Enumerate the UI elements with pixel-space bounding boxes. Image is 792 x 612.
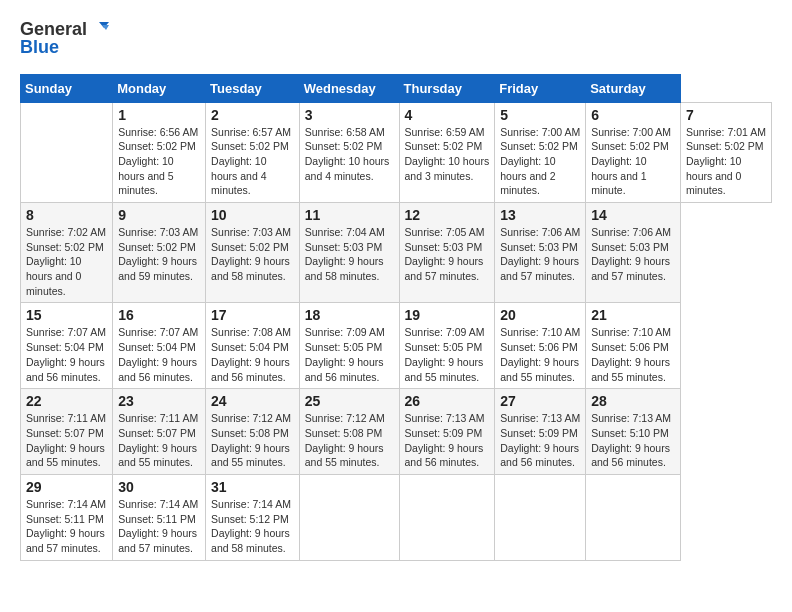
day-number: 30 (118, 479, 200, 495)
day-number: 17 (211, 307, 294, 323)
day-number: 12 (405, 207, 490, 223)
weekday-header-sunday: Sunday (21, 74, 113, 102)
weekday-header-thursday: Thursday (399, 74, 495, 102)
weekday-header-tuesday: Tuesday (206, 74, 300, 102)
day-info: Sunrise: 7:13 AMSunset: 5:10 PMDaylight:… (591, 411, 675, 470)
calendar-table: SundayMondayTuesdayWednesdayThursdayFrid… (20, 74, 772, 561)
day-info: Sunrise: 7:09 AMSunset: 5:05 PMDaylight:… (305, 325, 394, 384)
day-cell: 5Sunrise: 7:00 AMSunset: 5:02 PMDaylight… (495, 102, 586, 202)
day-info: Sunrise: 7:11 AMSunset: 5:07 PMDaylight:… (118, 411, 200, 470)
day-number: 28 (591, 393, 675, 409)
logo-blue: Blue (20, 38, 109, 58)
day-number: 26 (405, 393, 490, 409)
logo: General Blue (20, 20, 109, 58)
day-number: 10 (211, 207, 294, 223)
day-cell: 2Sunrise: 6:57 AMSunset: 5:02 PMDaylight… (206, 102, 300, 202)
day-cell: 24Sunrise: 7:12 AMSunset: 5:08 PMDayligh… (206, 389, 300, 475)
day-number: 2 (211, 107, 294, 123)
day-info: Sunrise: 6:58 AMSunset: 5:02 PMDaylight:… (305, 125, 394, 184)
calendar-week-row: 22Sunrise: 7:11 AMSunset: 5:07 PMDayligh… (21, 389, 772, 475)
day-cell: 31Sunrise: 7:14 AMSunset: 5:12 PMDayligh… (206, 474, 300, 560)
day-info: Sunrise: 7:10 AMSunset: 5:06 PMDaylight:… (591, 325, 675, 384)
day-info: Sunrise: 6:59 AMSunset: 5:02 PMDaylight:… (405, 125, 490, 184)
day-number: 7 (686, 107, 766, 123)
day-number: 31 (211, 479, 294, 495)
day-info: Sunrise: 7:08 AMSunset: 5:04 PMDaylight:… (211, 325, 294, 384)
day-cell: 6Sunrise: 7:00 AMSunset: 5:02 PMDaylight… (586, 102, 681, 202)
svg-marker-1 (102, 25, 109, 30)
day-cell: 20Sunrise: 7:10 AMSunset: 5:06 PMDayligh… (495, 303, 586, 389)
logo-container: General Blue (20, 20, 109, 58)
day-info: Sunrise: 7:14 AMSunset: 5:11 PMDaylight:… (118, 497, 200, 556)
day-info: Sunrise: 7:06 AMSunset: 5:03 PMDaylight:… (500, 225, 580, 284)
day-cell: 14Sunrise: 7:06 AMSunset: 5:03 PMDayligh… (586, 203, 681, 303)
day-number: 19 (405, 307, 490, 323)
day-number: 3 (305, 107, 394, 123)
day-info: Sunrise: 7:01 AMSunset: 5:02 PMDaylight:… (686, 125, 766, 198)
day-info: Sunrise: 7:12 AMSunset: 5:08 PMDaylight:… (211, 411, 294, 470)
day-info: Sunrise: 7:07 AMSunset: 5:04 PMDaylight:… (118, 325, 200, 384)
page-header: General Blue (20, 20, 772, 58)
day-number: 18 (305, 307, 394, 323)
day-number: 16 (118, 307, 200, 323)
weekday-header-friday: Friday (495, 74, 586, 102)
empty-day-cell (586, 474, 681, 560)
day-cell: 12Sunrise: 7:05 AMSunset: 5:03 PMDayligh… (399, 203, 495, 303)
day-info: Sunrise: 7:12 AMSunset: 5:08 PMDaylight:… (305, 411, 394, 470)
day-cell: 15Sunrise: 7:07 AMSunset: 5:04 PMDayligh… (21, 303, 113, 389)
day-info: Sunrise: 7:10 AMSunset: 5:06 PMDaylight:… (500, 325, 580, 384)
day-number: 5 (500, 107, 580, 123)
day-number: 27 (500, 393, 580, 409)
day-cell: 11Sunrise: 7:04 AMSunset: 5:03 PMDayligh… (299, 203, 399, 303)
day-info: Sunrise: 7:02 AMSunset: 5:02 PMDaylight:… (26, 225, 107, 298)
day-number: 1 (118, 107, 200, 123)
day-info: Sunrise: 7:13 AMSunset: 5:09 PMDaylight:… (405, 411, 490, 470)
day-number: 6 (591, 107, 675, 123)
day-cell: 1Sunrise: 6:56 AMSunset: 5:02 PMDaylight… (113, 102, 206, 202)
day-cell: 9Sunrise: 7:03 AMSunset: 5:02 PMDaylight… (113, 203, 206, 303)
empty-day-cell (21, 102, 113, 202)
day-info: Sunrise: 6:56 AMSunset: 5:02 PMDaylight:… (118, 125, 200, 198)
day-cell: 28Sunrise: 7:13 AMSunset: 5:10 PMDayligh… (586, 389, 681, 475)
empty-day-cell (399, 474, 495, 560)
day-number: 25 (305, 393, 394, 409)
day-number: 23 (118, 393, 200, 409)
day-number: 22 (26, 393, 107, 409)
day-cell: 22Sunrise: 7:11 AMSunset: 5:07 PMDayligh… (21, 389, 113, 475)
calendar-week-row: 8Sunrise: 7:02 AMSunset: 5:02 PMDaylight… (21, 203, 772, 303)
calendar-week-row: 29Sunrise: 7:14 AMSunset: 5:11 PMDayligh… (21, 474, 772, 560)
day-number: 20 (500, 307, 580, 323)
day-info: Sunrise: 7:11 AMSunset: 5:07 PMDaylight:… (26, 411, 107, 470)
empty-day-cell (299, 474, 399, 560)
day-info: Sunrise: 7:04 AMSunset: 5:03 PMDaylight:… (305, 225, 394, 284)
day-info: Sunrise: 7:00 AMSunset: 5:02 PMDaylight:… (591, 125, 675, 198)
weekday-header-wednesday: Wednesday (299, 74, 399, 102)
day-info: Sunrise: 7:06 AMSunset: 5:03 PMDaylight:… (591, 225, 675, 284)
day-number: 8 (26, 207, 107, 223)
day-cell: 10Sunrise: 7:03 AMSunset: 5:02 PMDayligh… (206, 203, 300, 303)
day-info: Sunrise: 7:05 AMSunset: 5:03 PMDaylight:… (405, 225, 490, 284)
day-cell: 17Sunrise: 7:08 AMSunset: 5:04 PMDayligh… (206, 303, 300, 389)
day-cell: 18Sunrise: 7:09 AMSunset: 5:05 PMDayligh… (299, 303, 399, 389)
weekday-header-monday: Monday (113, 74, 206, 102)
day-info: Sunrise: 6:57 AMSunset: 5:02 PMDaylight:… (211, 125, 294, 198)
day-number: 9 (118, 207, 200, 223)
day-cell: 8Sunrise: 7:02 AMSunset: 5:02 PMDaylight… (21, 203, 113, 303)
day-cell: 29Sunrise: 7:14 AMSunset: 5:11 PMDayligh… (21, 474, 113, 560)
day-info: Sunrise: 7:00 AMSunset: 5:02 PMDaylight:… (500, 125, 580, 198)
day-cell: 16Sunrise: 7:07 AMSunset: 5:04 PMDayligh… (113, 303, 206, 389)
day-number: 15 (26, 307, 107, 323)
day-cell: 27Sunrise: 7:13 AMSunset: 5:09 PMDayligh… (495, 389, 586, 475)
weekday-header-saturday: Saturday (586, 74, 681, 102)
day-info: Sunrise: 7:13 AMSunset: 5:09 PMDaylight:… (500, 411, 580, 470)
calendar-week-row: 15Sunrise: 7:07 AMSunset: 5:04 PMDayligh… (21, 303, 772, 389)
day-info: Sunrise: 7:09 AMSunset: 5:05 PMDaylight:… (405, 325, 490, 384)
day-number: 11 (305, 207, 394, 223)
day-number: 29 (26, 479, 107, 495)
day-number: 14 (591, 207, 675, 223)
day-cell: 19Sunrise: 7:09 AMSunset: 5:05 PMDayligh… (399, 303, 495, 389)
day-number: 24 (211, 393, 294, 409)
day-cell: 26Sunrise: 7:13 AMSunset: 5:09 PMDayligh… (399, 389, 495, 475)
day-cell: 21Sunrise: 7:10 AMSunset: 5:06 PMDayligh… (586, 303, 681, 389)
day-number: 13 (500, 207, 580, 223)
